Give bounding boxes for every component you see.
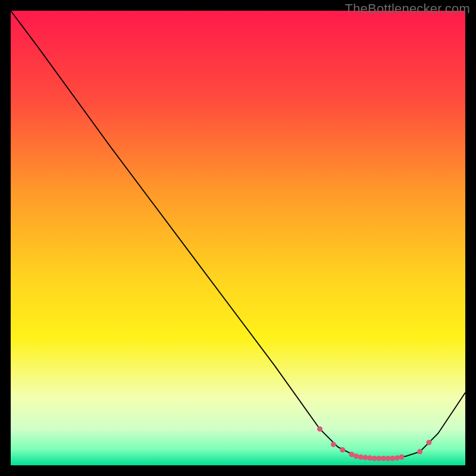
highlight-point bbox=[394, 455, 400, 461]
highlight-point bbox=[417, 449, 422, 455]
highlight-point bbox=[340, 447, 345, 453]
chart-svg bbox=[11, 11, 465, 465]
highlight-point bbox=[358, 455, 364, 460]
highlight-point bbox=[399, 455, 405, 460]
chart-frame: TheBottlenecker.com bbox=[0, 0, 476, 476]
highlight-point bbox=[353, 453, 359, 459]
highlight-point bbox=[376, 456, 381, 461]
highlight-point bbox=[367, 455, 372, 461]
highlight-point bbox=[317, 426, 322, 431]
plot-area bbox=[11, 11, 465, 465]
highlight-point bbox=[362, 455, 368, 461]
highlight-point bbox=[386, 456, 391, 461]
highlight-point bbox=[390, 456, 395, 461]
highlight-point bbox=[331, 441, 336, 447]
gradient-background bbox=[11, 11, 465, 465]
highlight-point bbox=[426, 440, 431, 445]
watermark-text: TheBottlenecker.com bbox=[345, 1, 470, 17]
